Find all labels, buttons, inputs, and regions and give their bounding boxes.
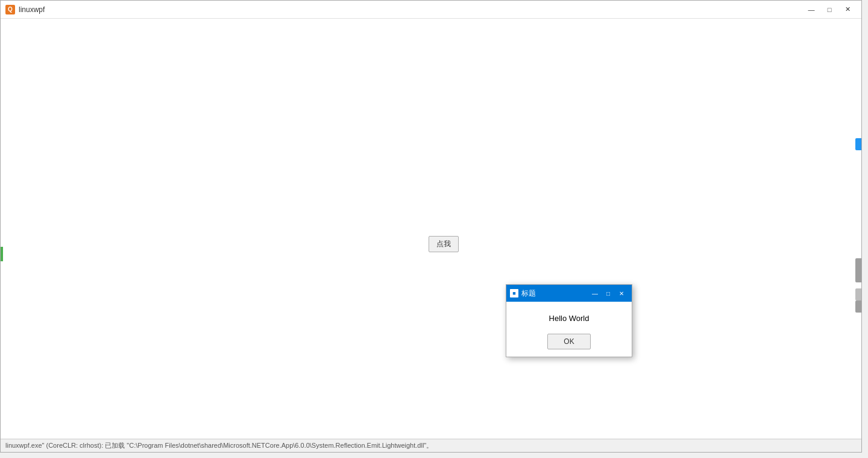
right-edge-gray1-indicator: [855, 258, 861, 282]
main-window-icon: Q: [5, 5, 15, 14]
dialog-message: Hello World: [516, 314, 622, 323]
status-bar-text: linuxwpf.exe" (CoreCLR: clrhost): 已加载 "C…: [5, 441, 433, 450]
dialog-controls: — □ ✕: [588, 287, 628, 300]
main-title-bar: Q linuxwpf — □ ✕: [1, 1, 861, 19]
main-close-button[interactable]: ✕: [838, 3, 857, 16]
main-window-controls: — □ ✕: [802, 3, 857, 16]
dialog-title-bar: ■ 标题 — □ ✕: [506, 285, 632, 302]
dialog-ok-button[interactable]: OK: [547, 334, 591, 349]
right-edge-blue-indicator: [855, 138, 861, 150]
dialog-title: 标题: [521, 288, 588, 299]
main-window-title: linuxwpf: [19, 5, 802, 14]
dialog-body: Hello World OK: [506, 302, 632, 357]
right-edge-gray2-indicator: [855, 288, 861, 301]
left-edge-indicator: [1, 247, 3, 261]
dialog-minimize-button[interactable]: —: [588, 287, 602, 300]
main-maximize-button[interactable]: □: [820, 3, 838, 16]
right-edge-gray3-indicator: [855, 301, 861, 313]
dialog-window: ■ 标题 — □ ✕ Hello World OK: [506, 284, 632, 357]
click-me-button[interactable]: 点我: [429, 236, 459, 252]
status-bar: linuxwpf.exe" (CoreCLR: clrhost): 已加载 "C…: [1, 439, 861, 452]
dialog-close-button[interactable]: ✕: [615, 287, 628, 300]
main-window: Q linuxwpf — □ ✕ 点我 ■ 标题 —: [0, 0, 862, 453]
dialog-icon: ■: [510, 289, 518, 297]
main-content-area: 点我 ■ 标题 — □ ✕ Hello World OK: [1, 19, 861, 439]
main-minimize-button[interactable]: —: [802, 3, 820, 16]
dialog-maximize-button[interactable]: □: [602, 287, 615, 300]
